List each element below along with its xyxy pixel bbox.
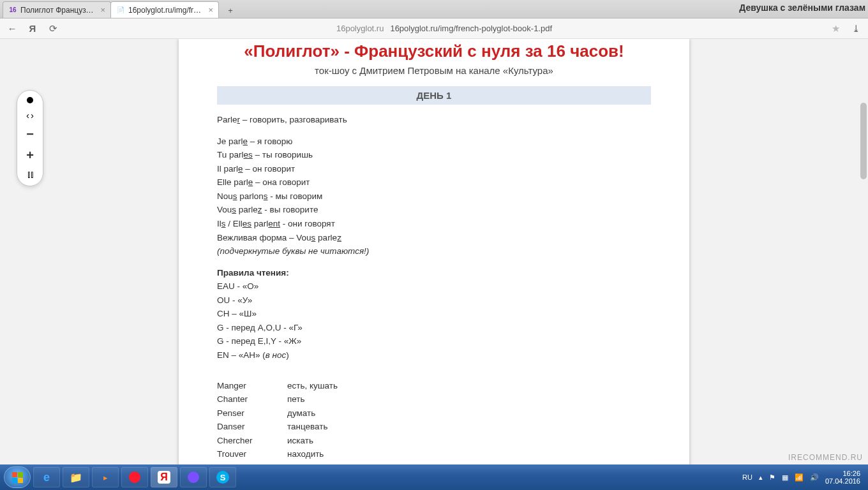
tray-flag2-icon[interactable]: ⚑ — [769, 473, 775, 482]
next-page-button[interactable]: › — [31, 110, 34, 121]
tray-flag-icon[interactable]: ▴ — [759, 473, 763, 482]
browser-tabbar: 16Полиглот Французский за 16×📄16polyglot… — [0, 0, 868, 19]
doc-body: Parler – говорить, разговаривать Je parl… — [217, 114, 651, 464]
vocab-fr: Manger — [217, 380, 287, 392]
taskbar-skype-icon[interactable]: S — [209, 467, 236, 487]
pdf-controls-pill: ‹ › − + ⫿⫿ — [17, 90, 43, 186]
conjugation-line: Elle parle – она говорит — [217, 176, 651, 189]
conjugation-line: Ils / Elles parlent - они говорят — [217, 218, 651, 230]
taskbar-torrent-icon[interactable] — [180, 467, 207, 487]
doc-subtitle: ток-шоу с Дмитрием Петровым на канале «К… — [217, 65, 651, 76]
tab-title: Полиглот Французский за 16 — [20, 6, 97, 15]
vocab-ru: петь — [287, 393, 651, 406]
vocab-table: Mangerесть, кушатьChanterпетьPenserдумат… — [217, 380, 651, 464]
start-button[interactable] — [4, 466, 31, 488]
profile-label[interactable]: Девушка с зелёными глазам — [739, 3, 865, 13]
note-line: (подчеркнутые буквы не читаются!) — [217, 245, 651, 258]
day-header: ДЕНЬ 1 — [217, 86, 651, 105]
conjugation-line: Il parle – он говорит — [217, 163, 651, 175]
intro-line: Parler – говорить, разговаривать — [217, 114, 651, 126]
vocab-ru: есть, кушать — [287, 380, 651, 392]
taskbar-explorer-icon[interactable]: 📁 — [63, 467, 89, 487]
pdf-viewer: ‹ › − + ⫿⫿ «Полиглот» - Французский с ну… — [0, 39, 868, 464]
taskbar-yandex-icon[interactable]: Я — [151, 467, 177, 487]
zoom-in-button[interactable]: + — [26, 148, 34, 163]
scrollbar-thumb[interactable] — [860, 103, 867, 179]
conjugation-line: Nous parlons - мы говорим — [217, 190, 651, 203]
bookmark-star-button[interactable]: ★ — [830, 23, 841, 34]
system-tray[interactable]: RU ▴ ⚑ ▦ 📶 🔊 16:26 07.04.2016 — [742, 470, 864, 485]
vocab-ru: танцевать — [287, 420, 651, 433]
pdf-page: «Полиглот» - Французский с нуля за 16 ча… — [179, 39, 689, 464]
tab-title: 16polyglot.ru/img/french- — [128, 6, 205, 15]
vocab-fr: Chercher — [217, 434, 287, 447]
taskbar-media-icon[interactable]: ▸ — [92, 467, 119, 487]
taskbar-opera-icon[interactable] — [121, 467, 148, 487]
doc-title: «Полиглот» - Французский с нуля за 16 ча… — [217, 39, 651, 61]
vocab-ru: искать — [287, 434, 651, 447]
address-path: 16polyglot.ru/img/french-polyglot-book-1… — [390, 24, 552, 33]
tab-close-button[interactable]: × — [100, 5, 105, 15]
vocab-ru: находить — [287, 448, 651, 461]
tab-favicon-icon: 16 — [8, 6, 17, 15]
rule-line: CH – «Ш» — [217, 308, 651, 320]
conjugation-line: Tu parles – ты говоришь — [217, 149, 651, 161]
back-button[interactable]: ← — [6, 23, 18, 34]
tray-lang[interactable]: RU — [742, 473, 752, 481]
download-button[interactable]: ⤓ — [850, 23, 862, 34]
vocab-fr: Trouver — [217, 448, 287, 461]
tab-close-button[interactable]: × — [208, 5, 213, 15]
reload-button[interactable]: ⟳ — [47, 23, 59, 34]
browser-toolbar: ← Я ⟳ 16polyglot.ru 16polyglot.ru/img/fr… — [0, 19, 868, 39]
tray-network-icon[interactable]: 📶 — [795, 473, 804, 482]
conjugation-line: Вежливая форма – Vous parlez — [217, 232, 651, 244]
fit-width-button[interactable]: ⫿⫿ — [27, 169, 33, 179]
zoom-out-button[interactable]: − — [26, 127, 34, 142]
vocab-fr: Danser — [217, 420, 287, 433]
vocab-ru: думать — [287, 407, 651, 420]
watermark: IRECOMMEND.RU — [788, 453, 863, 462]
windows-taskbar: e 📁 ▸ Я S RU ▴ ⚑ ▦ 📶 🔊 16:26 07.04.2016 — [0, 464, 868, 490]
rule-line: EN – «АН» (в нос) — [217, 349, 651, 362]
rule-line: EAU - «О» — [217, 280, 651, 293]
taskbar-ie-icon[interactable]: e — [33, 467, 60, 487]
rule-line: G - перед A,O,U - «Г» — [217, 322, 651, 334]
browser-tab[interactable]: 16Полиглот Французский за 16× — [3, 1, 111, 18]
vocab-fr: Penser — [217, 407, 287, 420]
vocab-fr: Chanter — [217, 393, 287, 406]
rule-line: G - перед E,I,Y - «Ж» — [217, 335, 651, 348]
tab-favicon-icon: 📄 — [116, 6, 125, 15]
tray-time: 16:26 — [825, 470, 860, 477]
browser-tab[interactable]: 📄16polyglot.ru/img/french-× — [110, 1, 219, 18]
page-indicator-icon — [27, 97, 33, 103]
rule-line: OU - «У» — [217, 294, 651, 307]
yandex-home-button[interactable]: Я — [27, 23, 38, 34]
tray-volume-icon[interactable]: 🔊 — [810, 473, 819, 482]
address-bar[interactable]: 16polyglot.ru 16polyglot.ru/img/french-p… — [68, 24, 821, 33]
windows-logo-icon — [12, 472, 23, 483]
conjugation-line: Je parle – я говорю — [217, 135, 651, 148]
conjugation-line: Vous parlez - вы говорите — [217, 204, 651, 216]
tray-action-center-icon[interactable]: ▦ — [782, 473, 788, 482]
tray-date: 07.04.2016 — [825, 477, 860, 485]
rules-header: Правила чтения: — [217, 267, 651, 279]
address-domain: 16polyglot.ru — [336, 24, 384, 33]
prev-page-button[interactable]: ‹ — [26, 110, 29, 121]
new-tab-button[interactable]: + — [222, 3, 239, 18]
